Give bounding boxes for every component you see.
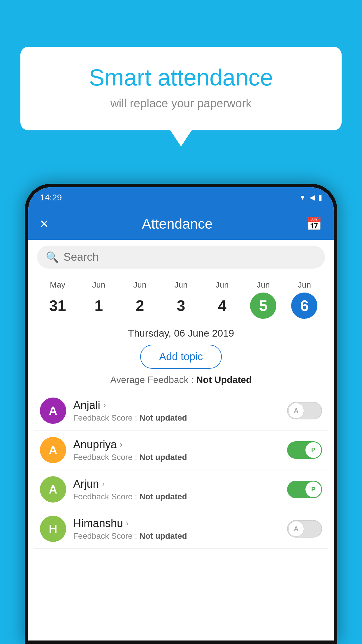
toggle-off[interactable]: A xyxy=(287,520,322,538)
calendar-day[interactable]: May31 xyxy=(45,280,71,319)
calendar-day[interactable]: Jun3 xyxy=(168,280,194,319)
attendance-toggle[interactable]: A xyxy=(287,520,322,538)
cal-date-number[interactable]: 5 xyxy=(250,293,276,319)
status-icons: ▼ ◀ ▮ xyxy=(299,193,322,202)
search-container: 🔍 xyxy=(37,246,325,269)
calendar-day[interactable]: Jun5 xyxy=(250,280,276,319)
calendar-icon[interactable]: 📅 xyxy=(306,216,322,231)
student-info: Arjun ›Feedback Score : Not updated xyxy=(73,478,187,501)
attendance-toggle[interactable]: P xyxy=(287,481,322,498)
toggle-knob: P xyxy=(305,482,321,497)
cal-date-number[interactable]: 2 xyxy=(127,293,153,319)
chevron-icon: › xyxy=(102,479,105,489)
avg-feedback-label: Average Feedback : xyxy=(110,374,196,385)
toggle-on[interactable]: P xyxy=(287,441,322,459)
student-name: Arjun › xyxy=(73,478,187,490)
student-left: AAnjali ›Feedback Score : Not updated xyxy=(40,398,187,424)
avg-feedback-value: Not Updated xyxy=(196,374,252,385)
add-topic-button[interactable]: Add topic xyxy=(140,345,222,369)
chevron-icon: › xyxy=(126,519,129,528)
avatar: A xyxy=(40,476,66,503)
search-input[interactable] xyxy=(64,251,316,263)
avg-feedback: Average Feedback : Not Updated xyxy=(28,372,334,391)
close-button[interactable]: × xyxy=(40,215,48,232)
attendance-toggle[interactable]: P xyxy=(287,441,322,459)
search-icon: 🔍 xyxy=(46,251,59,263)
toggle-knob: P xyxy=(305,442,321,458)
phone-frame: 14:29 ▼ ◀ ▮ × Attendance 📅 🔍 May31Jun1Ju… xyxy=(25,184,337,644)
cal-date-number[interactable]: 31 xyxy=(45,293,71,319)
calendar-day[interactable]: Jun1 xyxy=(86,280,112,319)
chevron-icon: › xyxy=(103,400,106,410)
status-bar: 14:29 ▼ ◀ ▮ xyxy=(28,187,334,208)
cal-month-label: Jun xyxy=(216,280,229,290)
student-info: Himanshu ›Feedback Score : Not updated xyxy=(73,517,187,541)
signal-icon: ◀ xyxy=(310,193,315,202)
student-left: HHimanshu ›Feedback Score : Not updated xyxy=(40,516,187,542)
calendar-strip: May31Jun1Jun2Jun3Jun4Jun5Jun6 xyxy=(28,274,334,322)
battery-icon: ▮ xyxy=(318,193,322,202)
cal-month-label: Jun xyxy=(174,280,187,290)
student-list: AAnjali ›Feedback Score : Not updatedAAA… xyxy=(28,391,334,549)
bubble-title: Smart attendance xyxy=(44,64,318,91)
speech-bubble: Smart attendance will replace your paper… xyxy=(20,47,342,130)
calendar-day[interactable]: Jun4 xyxy=(209,280,235,319)
cal-month-label: Jun xyxy=(298,280,311,290)
toggle-knob: A xyxy=(288,403,304,419)
student-info: Anjali ›Feedback Score : Not updated xyxy=(73,399,187,423)
cal-date-number[interactable]: 6 xyxy=(291,293,317,319)
toolbar-title: Attendance xyxy=(48,216,306,232)
student-name: Himanshu › xyxy=(73,517,187,530)
calendar-day[interactable]: Jun6 xyxy=(291,280,317,319)
cal-month-label: May xyxy=(50,280,65,290)
student-left: AArjun ›Feedback Score : Not updated xyxy=(40,476,187,503)
calendar-day[interactable]: Jun2 xyxy=(127,280,153,319)
student-row[interactable]: AArjun ›Feedback Score : Not updatedP xyxy=(34,470,328,509)
cal-month-label: Jun xyxy=(133,280,146,290)
toggle-on[interactable]: P xyxy=(287,481,322,498)
feedback-score: Feedback Score : Not updated xyxy=(73,453,187,462)
cal-date-number[interactable]: 1 xyxy=(86,293,112,319)
selected-date-label: Thursday, 06 June 2019 xyxy=(28,322,334,342)
avatar: A xyxy=(40,398,66,424)
feedback-score: Feedback Score : Not updated xyxy=(73,531,187,541)
student-name: Anjali › xyxy=(73,399,187,412)
chevron-icon: › xyxy=(120,440,122,449)
student-row[interactable]: AAnjali ›Feedback Score : Not updatedA xyxy=(34,391,328,430)
cal-date-number[interactable]: 3 xyxy=(168,293,194,319)
student-row[interactable]: AAnupriya ›Feedback Score : Not updatedP xyxy=(34,430,328,470)
toggle-knob: A xyxy=(288,521,304,537)
status-time: 14:29 xyxy=(40,192,62,202)
feedback-score: Feedback Score : Not updated xyxy=(73,492,187,501)
wifi-icon: ▼ xyxy=(299,193,306,202)
bubble-subtitle: will replace your paperwork xyxy=(44,97,318,110)
phone-inner: 14:29 ▼ ◀ ▮ × Attendance 📅 🔍 May31Jun1Ju… xyxy=(28,187,334,640)
student-name: Anupriya › xyxy=(73,438,187,451)
cal-date-number[interactable]: 4 xyxy=(209,293,235,319)
cal-month-label: Jun xyxy=(92,280,105,290)
student-info: Anupriya ›Feedback Score : Not updated xyxy=(73,438,187,462)
toggle-off[interactable]: A xyxy=(287,402,322,419)
attendance-toggle[interactable]: A xyxy=(287,402,322,419)
avatar: A xyxy=(40,437,66,463)
student-left: AAnupriya ›Feedback Score : Not updated xyxy=(40,437,187,463)
feedback-score: Feedback Score : Not updated xyxy=(73,413,187,423)
app-toolbar: × Attendance 📅 xyxy=(28,208,334,240)
cal-month-label: Jun xyxy=(257,280,270,290)
avatar: H xyxy=(40,516,66,542)
student-row[interactable]: HHimanshu ›Feedback Score : Not updatedA xyxy=(34,509,328,549)
